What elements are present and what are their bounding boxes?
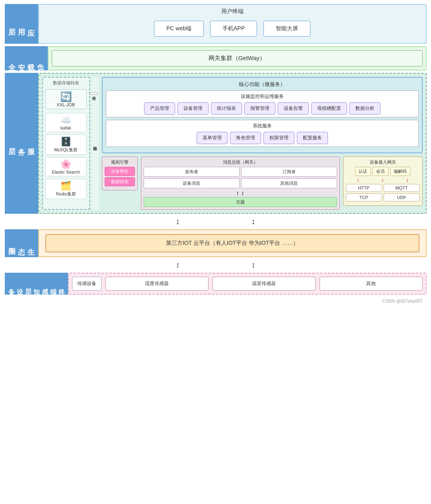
msg-other-msg: 其他消息 — [241, 178, 337, 188]
ecosystem-box: 第三方IOT 云平台（有人IOT平台 华为IOT平台 ……） — [45, 234, 419, 252]
app-boxes: PC web端 手机APP 智能大屏 — [42, 18, 423, 40]
watermark: CSDN @007php007 — [5, 299, 427, 303]
monitor-sub-box: 设施监控和运维服务 产品管理 设备管理 统计报表 报警管理 设备告警 母线槽配置… — [106, 90, 419, 117]
arrow-down-2: ↕ — [252, 217, 255, 226]
kafka-icon: ☁️ — [60, 115, 71, 125]
term-layer-content: 传感设备 湿度传感器 温室传感器 其他 — [68, 273, 427, 295]
msg-grid: 发布者 订阅者 设备消息 其他消息 — [144, 167, 337, 188]
core-box: 核心功能（微服务） 设施监控和运维服务 产品管理 设备管理 统计报表 报警管理 … — [102, 77, 423, 153]
term-layer-label: 终端感知层设备 — [5, 273, 68, 295]
system-funcs: 菜单管理 角色管理 权限管理 配置服务 — [109, 132, 415, 144]
arrow-3: ↕ — [406, 178, 409, 183]
pc-web-box: PC web端 — [154, 21, 204, 37]
timer-label: 定时任务 — [90, 92, 98, 95]
big-screen-box: 智能大屏 — [263, 21, 310, 37]
eco-layer-label: 生态圈 — [5, 229, 38, 257]
system-sub-box: 系统服务 菜单管理 角色管理 权限管理 配置服务 — [106, 120, 419, 147]
app-title: 用户终端 — [42, 8, 423, 15]
msg-theme: 主题 — [144, 197, 337, 207]
inter-layer-arrows-1: ↕ ↕ — [5, 216, 427, 227]
svc-layer-content: 数据存储转发 🔄 XXL-JOB 定时任务 ☁️ kaf — [38, 73, 427, 214]
app-layer-label: 应用层 — [5, 4, 38, 44]
xxl-wrapper: 🔄 XXL-JOB 定时任务 — [45, 89, 87, 111]
svc-layer: 服务层 数据存储转发 🔄 XXL-JOB 定时任务 — [5, 73, 427, 214]
sec-layer: 负载安全 网关集群（GetWay） — [5, 46, 427, 70]
func-role: 角色管理 — [230, 132, 261, 144]
func-device: 设备管理 — [177, 102, 209, 115]
http-cell: HTTP — [346, 184, 382, 192]
core-title: 核心功能（微服务） — [106, 81, 419, 88]
data-store-side-label: 数据存储 — [92, 77, 99, 210]
func-dev-alarm: 设备告警 — [278, 102, 309, 115]
monitor-funcs: 产品管理 设备管理 统计报表 报警管理 设备告警 母线槽配置 数据分析 — [109, 102, 415, 115]
xxl-icon: 🔄 — [60, 91, 72, 102]
func-product: 产品管理 — [144, 102, 175, 115]
monitor-title: 设施监控和运维服务 — [109, 93, 415, 100]
sec-layer-content: 网关集群（GetWay） — [48, 46, 427, 70]
arrow-up-down-2: ↕ — [242, 190, 244, 196]
data-store-title: 数据存储转发 — [45, 80, 87, 86]
redis-component: 🗂️ Redis集群 — [45, 179, 87, 199]
msg-dev-msg: 设备消息 — [144, 178, 240, 188]
rule-btn-forward: 数据转发 — [105, 177, 135, 186]
app-layer: 应用层 用户终端 PC web端 手机APP 智能大屏 — [5, 4, 427, 44]
session-cell: 会话 — [372, 167, 388, 176]
xxl-label: XXL-JOB — [57, 102, 75, 107]
arrow-2: ↕ — [382, 178, 384, 183]
mysql-component: 🗄️ MySQL集群 — [45, 135, 87, 155]
mysql-icon: 🗄️ — [60, 137, 71, 147]
func-menu: 菜单管理 — [197, 132, 228, 144]
func-config: 配置服务 — [297, 132, 328, 144]
rule-box: 规则引擎 设备警告 数据转发 — [102, 156, 138, 190]
kafka-label: kafak — [60, 125, 71, 130]
func-busbar: 母线槽配置 — [311, 102, 347, 115]
arrow-down-3: ↕ — [176, 260, 180, 270]
auth-cell: 认证 — [355, 167, 371, 176]
app-layer-content: 用户终端 PC web端 手机APP 智能大屏 — [38, 4, 427, 44]
redis-label: Redis集群 — [56, 191, 76, 197]
redis-icon: 🗂️ — [60, 181, 71, 191]
elastic-label: Elastic Search — [52, 170, 80, 174]
msg-title: 消息总线（网关） — [144, 159, 337, 165]
udp-cell: UDP — [384, 193, 420, 201]
func-data-analysis: 数据分析 — [349, 102, 380, 115]
dev-gw-auth-row: 认证 会话 编解码 — [346, 167, 420, 176]
eco-layer-content: 第三方IOT 云平台（有人IOT平台 华为IOT平台 ……） — [38, 229, 427, 257]
mobile-app-box: 手机APP — [210, 21, 257, 37]
greenhouse-sensor-box: 温室传感器 — [213, 277, 316, 291]
codec-cell: 编解码 — [390, 167, 410, 176]
elastic-component: 🌸 Elastic Search — [45, 157, 87, 176]
func-permission: 权限管理 — [263, 132, 294, 144]
kafka-component: ☁️ kafak — [45, 113, 87, 132]
left-sidebar-wrapper: 数据存储转发 🔄 XXL-JOB 定时任务 ☁️ kaf — [42, 77, 99, 210]
svc-inner: 数据存储转发 🔄 XXL-JOB 定时任务 ☁️ kaf — [42, 77, 423, 210]
svc-layer-label: 服务层 — [5, 73, 38, 214]
tcp-cell: TCP — [346, 193, 382, 201]
rule-btn-alarm: 设备警告 — [105, 167, 135, 176]
humidity-sensor-box: 湿度传感器 — [105, 277, 209, 291]
term-inner: 传感设备 湿度传感器 温室传感器 其他 — [72, 277, 423, 291]
arrow-down-4: ↕ — [252, 260, 255, 270]
arrow-up-down: ↕ — [236, 190, 239, 196]
architecture-diagram: 应用层 用户终端 PC web端 手机APP 智能大屏 负载安全 网关集群（Ge… — [5, 4, 427, 303]
term-layer: 终端感知层设备 传感设备 湿度传感器 温室传感器 其他 — [5, 273, 427, 295]
system-title: 系统服务 — [109, 123, 415, 129]
gateway-box: 网关集群（GetWay） — [52, 50, 423, 66]
svc-right: 核心功能（微服务） 设施监控和运维服务 产品管理 设备管理 统计报表 报警管理 … — [102, 77, 423, 210]
bottom-svc: 规则引擎 设备警告 数据转发 消息总线（网关） 发布者 订阅者 设备消息 其他 — [102, 156, 423, 210]
mqtt-cell: MQTT — [384, 184, 420, 192]
arrow-1: ↕ — [357, 178, 359, 183]
svc-left: 数据存储转发 🔄 XXL-JOB 定时任务 ☁️ kaf — [42, 77, 90, 210]
mysql-label: MySQL集群 — [54, 147, 78, 153]
dev-gw-box: 设备接入网关 认证 会话 编解码 ↕ ↕ ↕ — [343, 156, 423, 206]
elastic-icon: 🌸 — [60, 159, 71, 170]
msg-publisher: 发布者 — [144, 167, 240, 177]
msg-box: 消息总线（网关） 发布者 订阅者 设备消息 其他消息 ↕ ↕ — [141, 156, 340, 210]
sec-layer-label: 负载安全 — [5, 46, 48, 70]
func-alarm: 报警管理 — [244, 102, 275, 115]
dev-gw-proto-row: HTTP MQTT TCP UDP — [346, 184, 420, 201]
rule-title: 规则引擎 — [105, 159, 135, 165]
inter-layer-arrows-2: ↕ ↕ — [5, 260, 427, 270]
func-stats: 统计报表 — [211, 102, 242, 115]
arrow-down-1: ↕ — [176, 217, 180, 226]
